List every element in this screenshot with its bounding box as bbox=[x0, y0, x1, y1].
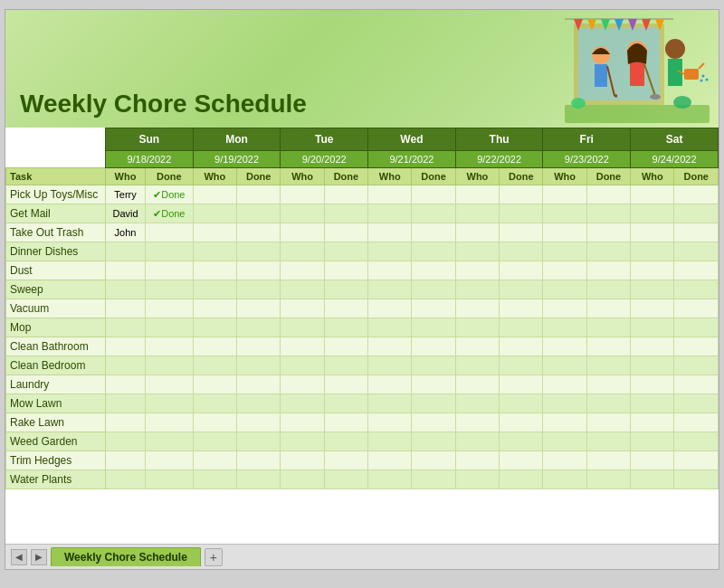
who-cell-tue[interactable] bbox=[281, 223, 324, 242]
done-cell-sun[interactable] bbox=[146, 451, 194, 470]
done-cell-fri[interactable] bbox=[586, 318, 630, 337]
who-cell-tue[interactable] bbox=[281, 451, 324, 470]
who-cell-thu[interactable] bbox=[455, 223, 499, 242]
who-cell-wed[interactable] bbox=[368, 470, 412, 489]
done-cell-fri[interactable] bbox=[586, 356, 630, 375]
done-cell-sat[interactable] bbox=[674, 470, 719, 489]
done-cell-tue[interactable] bbox=[324, 299, 367, 318]
who-cell-sun[interactable] bbox=[106, 318, 146, 337]
done-cell-sun[interactable] bbox=[146, 394, 194, 413]
who-cell-wed[interactable] bbox=[368, 337, 412, 356]
who-cell-sun[interactable] bbox=[106, 261, 146, 280]
who-cell-sat[interactable] bbox=[631, 204, 674, 223]
done-cell-thu[interactable] bbox=[500, 204, 543, 223]
who-cell-mon[interactable] bbox=[193, 451, 236, 470]
who-cell-fri[interactable] bbox=[543, 356, 586, 375]
who-cell-wed[interactable] bbox=[368, 185, 412, 204]
done-cell-wed[interactable] bbox=[412, 470, 455, 489]
done-cell-fri[interactable] bbox=[586, 375, 630, 394]
who-cell-sat[interactable] bbox=[631, 356, 674, 375]
done-cell-sat[interactable] bbox=[674, 242, 719, 261]
done-cell-thu[interactable] bbox=[500, 356, 543, 375]
who-cell-tue[interactable] bbox=[281, 375, 324, 394]
who-cell-mon[interactable] bbox=[193, 204, 236, 223]
done-cell-mon[interactable] bbox=[237, 470, 281, 489]
done-cell-thu[interactable] bbox=[500, 223, 543, 242]
done-cell-wed[interactable] bbox=[412, 242, 455, 261]
done-cell-thu[interactable] bbox=[500, 185, 543, 204]
done-cell-fri[interactable] bbox=[586, 470, 630, 489]
done-cell-fri[interactable] bbox=[586, 204, 630, 223]
who-cell-fri[interactable] bbox=[543, 223, 586, 242]
who-cell-wed[interactable] bbox=[368, 261, 412, 280]
who-cell-thu[interactable] bbox=[455, 394, 499, 413]
who-cell-fri[interactable] bbox=[543, 318, 586, 337]
who-cell-sat[interactable] bbox=[631, 261, 674, 280]
who-cell-mon[interactable] bbox=[193, 432, 236, 451]
who-cell-mon[interactable] bbox=[193, 318, 236, 337]
done-cell-tue[interactable] bbox=[324, 413, 367, 432]
done-cell-sun[interactable] bbox=[146, 375, 194, 394]
done-cell-sun[interactable] bbox=[146, 337, 194, 356]
who-cell-tue[interactable] bbox=[281, 261, 324, 280]
done-cell-sat[interactable] bbox=[674, 299, 719, 318]
done-cell-wed[interactable] bbox=[412, 432, 455, 451]
done-cell-sun[interactable] bbox=[146, 318, 194, 337]
who-cell-sun[interactable] bbox=[106, 375, 146, 394]
done-cell-sat[interactable] bbox=[674, 375, 719, 394]
done-cell-mon[interactable] bbox=[237, 280, 281, 299]
who-cell-tue[interactable] bbox=[281, 337, 324, 356]
who-cell-fri[interactable] bbox=[543, 261, 586, 280]
who-cell-fri[interactable] bbox=[543, 394, 586, 413]
done-cell-mon[interactable] bbox=[237, 204, 281, 223]
who-cell-sun[interactable] bbox=[106, 242, 146, 261]
who-cell-fri[interactable] bbox=[543, 242, 586, 261]
who-cell-tue[interactable] bbox=[281, 356, 324, 375]
who-cell-thu[interactable] bbox=[455, 185, 499, 204]
who-cell-sat[interactable] bbox=[631, 432, 674, 451]
who-cell-mon[interactable] bbox=[193, 242, 236, 261]
who-cell-wed[interactable] bbox=[368, 432, 412, 451]
done-cell-thu[interactable] bbox=[500, 337, 543, 356]
who-cell-thu[interactable] bbox=[455, 204, 499, 223]
who-cell-tue[interactable] bbox=[281, 413, 324, 432]
done-cell-sun[interactable] bbox=[146, 432, 194, 451]
done-cell-sun[interactable]: ✔Done bbox=[146, 185, 194, 204]
done-cell-sat[interactable] bbox=[674, 223, 719, 242]
done-cell-mon[interactable] bbox=[237, 451, 281, 470]
tab-add-btn[interactable]: + bbox=[205, 548, 223, 566]
done-cell-tue[interactable] bbox=[324, 261, 367, 280]
who-cell-tue[interactable] bbox=[281, 204, 324, 223]
done-cell-tue[interactable] bbox=[324, 185, 367, 204]
done-cell-tue[interactable] bbox=[324, 375, 367, 394]
who-cell-fri[interactable] bbox=[543, 204, 586, 223]
who-cell-sat[interactable] bbox=[631, 299, 674, 318]
done-cell-tue[interactable] bbox=[324, 432, 367, 451]
done-cell-sun[interactable] bbox=[146, 470, 194, 489]
who-cell-sat[interactable] bbox=[631, 185, 674, 204]
done-cell-mon[interactable] bbox=[237, 185, 281, 204]
who-cell-thu[interactable] bbox=[455, 337, 499, 356]
who-cell-sat[interactable] bbox=[631, 375, 674, 394]
done-cell-thu[interactable] bbox=[500, 299, 543, 318]
tab-weekly-chore[interactable]: Weekly Chore Schedule bbox=[51, 547, 201, 566]
who-cell-sun[interactable] bbox=[106, 413, 146, 432]
who-cell-sun[interactable] bbox=[106, 299, 146, 318]
done-cell-thu[interactable] bbox=[500, 432, 543, 451]
done-cell-sun[interactable] bbox=[146, 223, 194, 242]
done-cell-tue[interactable] bbox=[324, 242, 367, 261]
done-cell-fri[interactable] bbox=[586, 185, 630, 204]
who-cell-mon[interactable] bbox=[193, 337, 236, 356]
done-cell-fri[interactable] bbox=[586, 261, 630, 280]
done-cell-fri[interactable] bbox=[586, 394, 630, 413]
done-cell-sun[interactable] bbox=[146, 299, 194, 318]
done-cell-tue[interactable] bbox=[324, 318, 367, 337]
done-cell-sun[interactable]: ✔Done bbox=[146, 204, 194, 223]
who-cell-wed[interactable] bbox=[368, 356, 412, 375]
tab-prev-btn[interactable]: ◀ bbox=[11, 549, 27, 565]
done-cell-tue[interactable] bbox=[324, 204, 367, 223]
who-cell-sun[interactable]: Terry bbox=[106, 185, 146, 204]
done-cell-thu[interactable] bbox=[500, 375, 543, 394]
done-cell-thu[interactable] bbox=[500, 394, 543, 413]
done-cell-mon[interactable] bbox=[237, 394, 281, 413]
